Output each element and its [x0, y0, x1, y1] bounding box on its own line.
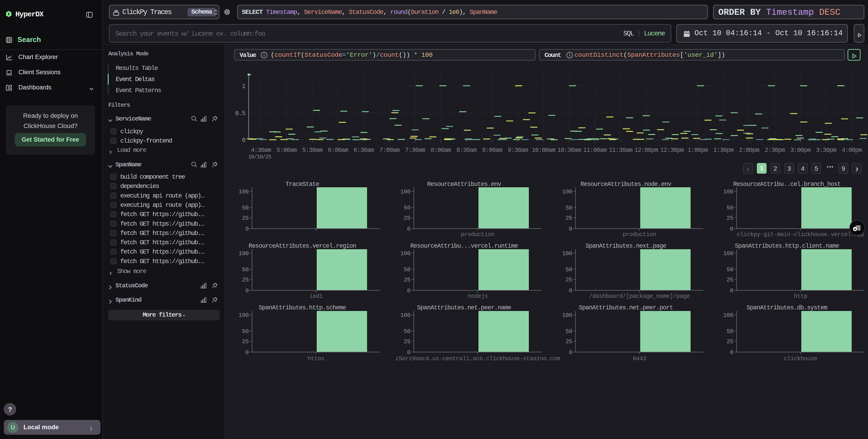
svg-text:SpanAttributes.db.system: SpanAttributes.db.system — [747, 304, 827, 311]
svg-text:50: 50 — [242, 328, 249, 335]
svg-text:http: http — [794, 293, 807, 300]
svg-text:50: 50 — [242, 205, 249, 211]
svg-text:1:00pm: 1:00pm — [688, 147, 708, 154]
svg-text:10:30am: 10:30am — [557, 147, 581, 154]
svg-text:25: 25 — [565, 338, 572, 345]
svg-text:100: 100 — [723, 250, 733, 257]
svg-text:0: 0 — [569, 349, 572, 356]
svg-text:12:00pm: 12:00pm — [634, 147, 658, 154]
svg-text:4:00pm: 4:00pm — [842, 147, 862, 154]
svg-text:SpanAttributes.next.page: SpanAttributes.next.page — [586, 243, 666, 250]
svg-text:50: 50 — [726, 266, 733, 273]
svg-text:ResourceAttribu...vercel.runti: ResourceAttribu...vercel.runtime — [410, 243, 518, 250]
svg-text:25: 25 — [404, 276, 410, 283]
svg-text:10:00am: 10:00am — [532, 147, 555, 154]
svg-text:25: 25 — [404, 338, 410, 345]
svg-text:0: 0 — [569, 287, 572, 294]
svg-text:0: 0 — [245, 287, 249, 294]
svg-text:3:00pm: 3:00pm — [790, 147, 811, 154]
svg-text:50: 50 — [726, 205, 733, 211]
svg-text:50: 50 — [242, 266, 249, 273]
svg-text:2:30pm: 2:30pm — [765, 147, 785, 154]
svg-text:0: 0 — [569, 226, 572, 232]
svg-text:50: 50 — [404, 328, 410, 335]
svg-text:100: 100 — [400, 250, 410, 257]
svg-text:7:30am: 7:30am — [405, 147, 425, 154]
svg-text:clickpy-git-main-clickhouse.ve: clickpy-git-main-clickhouse.vercel.app — [737, 231, 864, 238]
svg-text:25: 25 — [726, 215, 733, 222]
svg-text:production: production — [623, 231, 656, 238]
svg-text:25: 25 — [242, 338, 249, 345]
svg-text:4:30am: 4:30am — [251, 147, 271, 154]
svg-text:SpanAttributes.http.scheme: SpanAttributes.http.scheme — [259, 304, 346, 311]
svg-text:12:30pm: 12:30pm — [660, 147, 684, 154]
svg-text:50: 50 — [726, 328, 733, 335]
svg-text:0: 0 — [242, 137, 245, 144]
svg-text:100: 100 — [562, 250, 572, 257]
svg-text:https: https — [307, 355, 324, 360]
svg-text:ResourceAttribu..cel.branch_ho: ResourceAttribu..cel.branch_host — [733, 181, 841, 188]
svg-text:25: 25 — [726, 276, 733, 283]
svg-text:0: 0 — [730, 226, 733, 232]
svg-text:5:00am: 5:00am — [277, 147, 297, 154]
svg-text:clickhouse: clickhouse — [784, 355, 817, 360]
svg-text:10/10/25: 10/10/25 — [248, 154, 271, 160]
svg-text:0: 0 — [730, 349, 733, 356]
svg-text:9:00am: 9:00am — [482, 147, 502, 154]
svg-text:50: 50 — [404, 205, 410, 211]
svg-text:iad1: iad1 — [309, 293, 322, 300]
svg-text:100: 100 — [723, 312, 733, 319]
svg-text:ResourceAttributes.node.env: ResourceAttributes.node.env — [581, 181, 672, 188]
svg-text:100: 100 — [239, 312, 249, 319]
svg-text:6:00am: 6:00am — [328, 147, 348, 154]
svg-text:25: 25 — [242, 276, 249, 283]
svg-text:8:00am: 8:00am — [431, 147, 451, 154]
svg-text:0: 0 — [407, 349, 410, 356]
svg-text:SpanAttributes.net.peer.name: SpanAttributes.net.peer.name — [417, 304, 511, 311]
svg-text:0: 0 — [407, 287, 410, 294]
svg-text:50: 50 — [565, 266, 572, 273]
svg-text:0: 0 — [245, 226, 249, 232]
svg-text:8443: 8443 — [633, 355, 646, 360]
svg-text:0: 0 — [245, 349, 249, 356]
svg-text:production: production — [461, 231, 494, 238]
svg-text:1:30pm: 1:30pm — [713, 147, 734, 154]
svg-text:100: 100 — [562, 188, 572, 195]
svg-text:TraceState: TraceState — [285, 181, 319, 188]
svg-text:7:00am: 7:00am — [379, 147, 400, 154]
svg-text:100: 100 — [239, 250, 249, 257]
svg-text:25: 25 — [404, 215, 410, 222]
svg-text:9:30am: 9:30am — [508, 147, 528, 154]
svg-text:8:30am: 8:30am — [457, 147, 477, 154]
svg-text:100: 100 — [400, 312, 410, 319]
svg-text:0.5: 0.5 — [235, 110, 245, 117]
svg-text:50: 50 — [565, 328, 572, 335]
svg-text:/dashboard/[package_name]/page: /dashboard/[package_name]/page — [589, 293, 690, 300]
svg-text:z5prz9ggc4.us-central1.gcp.cli: z5prz9ggc4.us-central1.gcp.clickhouse-st… — [396, 355, 560, 360]
svg-text:11:00am: 11:00am — [583, 147, 607, 154]
svg-text:100: 100 — [723, 188, 733, 195]
svg-text:ResourceAttributes.env: ResourceAttributes.env — [427, 181, 501, 188]
svg-text:100: 100 — [400, 188, 410, 195]
svg-text:50: 50 — [404, 266, 410, 273]
svg-text:0: 0 — [730, 287, 733, 294]
svg-text:1: 1 — [242, 83, 245, 90]
svg-text:nodejs: nodejs — [468, 293, 488, 300]
svg-text:2:00pm: 2:00pm — [739, 147, 759, 154]
svg-text:25: 25 — [565, 276, 572, 283]
svg-text:0: 0 — [407, 226, 410, 232]
svg-text:SpanAttributes.net.peer.port: SpanAttributes.net.peer.port — [579, 304, 673, 311]
svg-text:5:30am: 5:30am — [302, 147, 322, 154]
svg-text:6:30am: 6:30am — [354, 147, 374, 154]
svg-text:50: 50 — [565, 205, 572, 211]
svg-text:3:30pm: 3:30pm — [816, 147, 836, 154]
svg-text:25: 25 — [726, 338, 733, 345]
svg-text:11:30am: 11:30am — [609, 147, 632, 154]
svg-text:ResourceAttributes.vercel.regi: ResourceAttributes.vercel.region — [249, 243, 356, 250]
svg-text:100: 100 — [239, 188, 249, 195]
svg-text:25: 25 — [565, 215, 572, 222]
svg-text:SpanAttributes.http.client.nam: SpanAttributes.http.client.name — [735, 243, 839, 250]
svg-text:100: 100 — [562, 312, 572, 319]
svg-text:25: 25 — [242, 215, 249, 222]
